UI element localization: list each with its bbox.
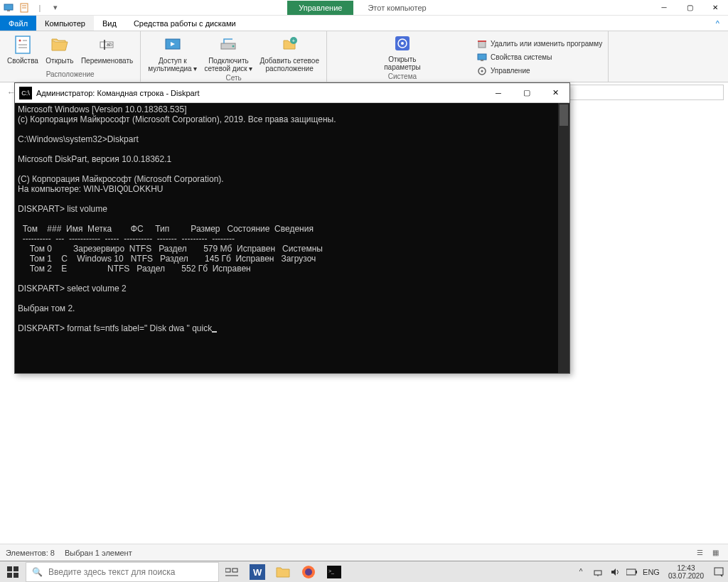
explorer-icon[interactable]: [270, 561, 296, 583]
svg-text:>_: >_: [328, 568, 334, 574]
open-label: Открыть: [46, 57, 73, 65]
cmd-icon: C:\: [19, 87, 32, 99]
cmd-title: Администратор: Командная строка - Diskpa…: [36, 89, 484, 97]
group-system-label: Система: [331, 72, 473, 82]
svg-rect-0: [4, 4, 13, 10]
svg-rect-29: [14, 566, 18, 571]
firefox-icon[interactable]: [296, 561, 321, 583]
open-folder-icon: [49, 34, 70, 55]
computer-icon[interactable]: [1, 1, 16, 15]
svg-rect-31: [14, 573, 18, 578]
add-network-button[interactable]: + Добавить сетевое расположение: [257, 33, 322, 74]
properties-icon[interactable]: [17, 1, 31, 15]
group-location-label: Расположение: [4, 70, 136, 80]
icons-view-button[interactable]: ▦: [708, 546, 722, 559]
details-view-button[interactable]: ☰: [692, 546, 707, 559]
tab-disk-tools[interactable]: Средства работы с дисками: [125, 16, 245, 31]
manage-button[interactable]: Управление: [475, 65, 604, 77]
rename-icon: ab: [97, 34, 118, 55]
battery-icon[interactable]: [626, 566, 638, 578]
open-settings-button[interactable]: Открыть параметры: [381, 31, 424, 72]
settings-icon: [392, 33, 413, 54]
group-network: Доступ к мультимедиа ▾ Подключить сетево…: [141, 31, 327, 82]
uninstall-label: Удалить или изменить программу: [491, 40, 602, 48]
svg-point-21: [401, 42, 404, 45]
gear-icon: [476, 65, 488, 77]
windows-icon: [7, 566, 18, 578]
volume-icon[interactable]: [609, 566, 621, 578]
cmd-taskbar-icon[interactable]: >_: [321, 561, 347, 583]
status-bar: Элементов: 8 Выбран 1 элемент ☰ ▦: [0, 544, 728, 561]
quick-access-toolbar: | ▾: [0, 1, 63, 15]
cmd-body[interactable]: Microsoft Windows [Version 10.0.18363.53…: [15, 103, 569, 373]
cmd-scrollbar[interactable]: [558, 103, 569, 373]
minimize-button[interactable]: ─: [651, 0, 677, 16]
media-access-label: Доступ к мультимедиа ▾: [148, 57, 197, 72]
open-button[interactable]: Открыть: [43, 33, 77, 66]
svg-rect-46: [714, 568, 723, 575]
system-tray: ^ ENG 12:43 03.07.2020: [574, 564, 728, 580]
manage-label: Управление: [491, 67, 530, 75]
cmd-titlebar[interactable]: C:\ Администратор: Командная строка - Di…: [15, 83, 569, 103]
svg-rect-28: [7, 566, 12, 571]
notifications-icon[interactable]: [712, 566, 725, 578]
start-button[interactable]: [0, 561, 26, 583]
cmd-minimize-button[interactable]: ─: [484, 83, 513, 103]
uninstall-button[interactable]: Удалить или изменить программу: [475, 38, 604, 50]
svg-point-27: [481, 70, 483, 72]
svg-marker-43: [611, 568, 616, 576]
clock[interactable]: 12:43 03.07.2020: [664, 564, 708, 580]
tab-view[interactable]: Вид: [94, 16, 125, 31]
svg-rect-23: [478, 41, 486, 42]
media-access-button[interactable]: Доступ к мультимедиа ▾: [145, 33, 200, 74]
group-network-label: Сеть: [145, 74, 322, 82]
close-button[interactable]: ✕: [702, 0, 728, 16]
svg-rect-32: [225, 568, 230, 572]
svg-marker-47: [720, 575, 722, 577]
cmd-window: C:\ Администратор: Командная строка - Di…: [14, 82, 570, 374]
group-system: Открыть параметры Система Удалить или из…: [327, 31, 609, 82]
cmd-close-button[interactable]: ✕: [541, 83, 569, 103]
svg-text:+: +: [292, 38, 296, 44]
window-titlebar: | ▾ Управление Этот компьютер ─ ▢ ✕: [0, 0, 728, 16]
cmd-output: Microsoft Windows [Version 10.0.18363.53…: [18, 104, 336, 333]
contextual-tab-manage[interactable]: Управление: [287, 1, 353, 15]
scrollbar-thumb[interactable]: [560, 104, 568, 126]
ribbon-tabs: Файл Компьютер Вид Средства работы с дис…: [0, 16, 728, 31]
cmd-maximize-button[interactable]: ▢: [513, 83, 541, 103]
language-indicator[interactable]: ENG: [643, 566, 660, 578]
svg-rect-24: [478, 54, 486, 60]
taskbar-search[interactable]: 🔍 Введите здесь текст для поиска: [26, 562, 219, 582]
uninstall-icon: [476, 38, 488, 50]
svg-rect-1: [7, 10, 10, 11]
qat-divider-icon: |: [33, 1, 47, 15]
svg-point-38: [305, 568, 312, 576]
maximize-button[interactable]: ▢: [677, 0, 702, 16]
ribbon-body: Свойства Открыть ab Переименовать Распол…: [0, 31, 728, 82]
word-icon[interactable]: W: [245, 561, 270, 583]
titlebar-center: Управление Этот компьютер: [63, 1, 651, 15]
svg-rect-22: [478, 41, 486, 48]
network-icon[interactable]: [592, 566, 604, 578]
tab-file[interactable]: Файл: [0, 16, 36, 31]
ribbon-collapse-icon[interactable]: ^: [707, 16, 728, 31]
svg-text:W: W: [253, 567, 262, 578]
map-drive-button[interactable]: Подключить сетевой диск ▾: [201, 33, 255, 74]
rename-button[interactable]: ab Переименовать: [78, 33, 136, 66]
system-props-button[interactable]: Свойства системы: [475, 51, 604, 64]
task-view-button[interactable]: [219, 561, 245, 583]
open-settings-label: Открыть параметры: [384, 55, 421, 71]
tray-chevron-icon[interactable]: ^: [574, 566, 587, 578]
network-drive-icon: [218, 34, 239, 55]
properties-button[interactable]: Свойства: [4, 33, 41, 66]
svg-rect-33: [232, 568, 237, 572]
add-network-label: Добавить сетевое расположение: [259, 57, 319, 72]
cursor-icon: [212, 331, 217, 333]
svg-rect-25: [481, 60, 483, 61]
tab-computer[interactable]: Компьютер: [36, 16, 94, 31]
search-icon: 🔍: [32, 567, 43, 577]
qat-dropdown-icon[interactable]: ▾: [48, 1, 63, 15]
svg-rect-44: [626, 569, 636, 575]
svg-rect-41: [594, 571, 601, 575]
monitor-icon: [476, 52, 488, 63]
